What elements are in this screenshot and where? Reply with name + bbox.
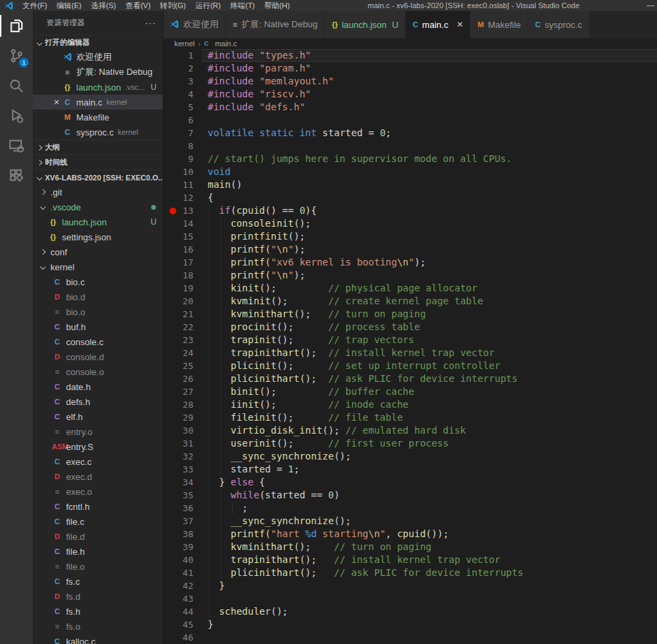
tree-item[interactable]: Cbuf.h [33, 319, 163, 334]
code-editor[interactable]: 1#include "types.h"2#include "param.h"3#… [163, 49, 657, 644]
tree-item[interactable]: Dfile.d [33, 529, 163, 544]
close-icon[interactable]: ✕ [51, 98, 62, 107]
gutter[interactable]: 31 [163, 437, 202, 450]
gutter[interactable]: 36 [163, 502, 202, 515]
gutter[interactable]: 16 [163, 243, 202, 256]
gutter[interactable]: 32 [163, 450, 202, 463]
gutter[interactable]: 42 [163, 579, 202, 592]
tree-folder[interactable]: conf [33, 244, 163, 259]
gutter[interactable]: 23 [163, 334, 202, 347]
activity-source-control[interactable]: 1 [0, 41, 33, 71]
tab-sysproc.c[interactable]: Csysproc.c [528, 11, 590, 38]
tree-item[interactable]: Dfs.d [33, 589, 163, 604]
gutter[interactable]: 38 [163, 528, 202, 541]
tree-folder[interactable]: kernel [33, 259, 163, 274]
gutter[interactable]: 21 [163, 308, 202, 321]
tab-Makefile[interactable]: MMakefile [470, 11, 528, 38]
gutter[interactable]: 2 [163, 62, 202, 75]
gutter[interactable]: 34 [163, 476, 202, 489]
gutter[interactable]: 8 [163, 140, 202, 152]
tree-item[interactable]: Cdefs.h [33, 394, 163, 409]
tree-item[interactable]: Cfs.h [33, 604, 163, 619]
menu-item[interactable]: 终端(T) [225, 0, 259, 11]
gutter[interactable]: 18 [163, 269, 202, 282]
gutter[interactable]: 22 [163, 321, 202, 334]
tree-item[interactable]: {}launch.jsonU [33, 214, 163, 229]
tree-item[interactable]: ≡fs.o [33, 619, 163, 634]
tree-folder[interactable]: .vscode [33, 199, 163, 214]
gutter[interactable]: 15 [163, 230, 202, 243]
activity-explorer[interactable] [0, 11, 33, 41]
breadcrumb-item[interactable]: kernel [174, 39, 195, 48]
tree-item[interactable]: Cdate.h [33, 379, 163, 394]
tree-item[interactable]: Cconsole.c [33, 334, 163, 349]
gutter[interactable]: 29 [163, 411, 202, 424]
gutter[interactable]: 37 [163, 515, 202, 528]
gutter[interactable]: 14 [163, 217, 202, 230]
tree-item[interactable]: ≡exec.o [33, 484, 163, 499]
gutter[interactable]: 6 [163, 114, 202, 127]
open-editor-item[interactable]: {}launch.json.vsc...U [33, 80, 163, 95]
breakpoint-icon[interactable] [170, 208, 176, 214]
gutter[interactable]: 17 [163, 256, 202, 269]
gutter[interactable]: 26 [163, 372, 202, 385]
tree-item[interactable]: Dconsole.d [33, 349, 163, 364]
gutter[interactable]: 5 [163, 101, 202, 114]
gutter[interactable]: 30 [163, 424, 202, 437]
tree-item[interactable]: ASMentry.S [33, 439, 163, 454]
gutter[interactable]: 40 [163, 553, 202, 566]
open-editor-item[interactable]: ✕Cmain.ckernel [33, 95, 163, 110]
gutter[interactable]: 20 [163, 295, 202, 308]
menu-item[interactable]: 文件(F) [18, 0, 52, 11]
tab-main.c[interactable]: Cmain.c✕ [406, 11, 470, 38]
tree-item[interactable]: Dexec.d [33, 469, 163, 484]
gutter[interactable]: 4 [163, 88, 202, 101]
open-editor-item[interactable]: 欢迎使用 [33, 50, 163, 65]
open-editor-item[interactable]: MMakefile [33, 110, 163, 125]
close-icon[interactable]: ✕ [456, 20, 463, 29]
gutter[interactable]: 41 [163, 566, 202, 579]
menu-item[interactable]: 编辑(E) [52, 0, 86, 11]
gutter[interactable]: 10 [163, 165, 202, 178]
gutter[interactable]: 9 [163, 152, 202, 165]
gutter[interactable]: 11 [163, 178, 202, 191]
gutter[interactable]: 43 [163, 592, 202, 605]
gutter[interactable]: 3 [163, 75, 202, 88]
gutter[interactable]: 27 [163, 385, 202, 398]
gutter[interactable]: 46 [163, 631, 202, 644]
tree-item[interactable]: Cfile.h [33, 544, 163, 559]
menu-item[interactable]: 选择(S) [86, 0, 121, 11]
breadcrumb[interactable]: kernel›Cmain.c [163, 38, 657, 49]
activity-extensions[interactable] [0, 161, 33, 191]
gutter[interactable]: 19 [163, 282, 202, 295]
more-actions-icon[interactable]: ··· [145, 18, 156, 28]
gutter[interactable]: 44 [163, 605, 202, 618]
open-editor-item[interactable]: Csysproc.ckernel [33, 125, 163, 140]
gutter[interactable]: 39 [163, 541, 202, 553]
tree-item[interactable]: Ckalloc.c [33, 634, 163, 644]
menu-item[interactable]: 查看(V) [121, 0, 155, 11]
gutter[interactable]: 35 [163, 489, 202, 502]
open-editors-header[interactable]: 打开的编辑器 [33, 35, 163, 50]
tree-item[interactable]: Dbio.d [33, 289, 163, 304]
gutter[interactable]: 28 [163, 398, 202, 411]
tree-item[interactable]: Cfile.c [33, 514, 163, 529]
tree-item[interactable]: ≡bio.o [33, 304, 163, 319]
activity-run-debug[interactable] [0, 101, 33, 131]
gutter[interactable]: 12 [163, 191, 202, 204]
tab-扩展: Native Debug[interactable]: ≡扩展: Native Debug [226, 11, 325, 38]
tree-item[interactable]: ≡entry.o [33, 424, 163, 439]
tab-launch.json[interactable]: {}launch.jsonU [325, 11, 406, 38]
tree-item[interactable]: ≡file.o [33, 559, 163, 574]
tree-folder[interactable]: .git [33, 184, 163, 199]
menu-item[interactable]: 转到(G) [155, 0, 191, 11]
tree-item[interactable]: Celf.h [33, 409, 163, 424]
activity-search[interactable] [0, 71, 33, 101]
gutter[interactable]: 1 [163, 49, 202, 62]
section-header[interactable]: 时间线 [33, 155, 163, 170]
gutter[interactable]: 24 [163, 347, 202, 359]
activity-remote-explorer[interactable] [0, 131, 33, 161]
gutter[interactable]: 13 [163, 204, 202, 217]
tree-item[interactable]: {}settings.json [33, 229, 163, 244]
minimize-button[interactable]: — [647, 0, 654, 10]
